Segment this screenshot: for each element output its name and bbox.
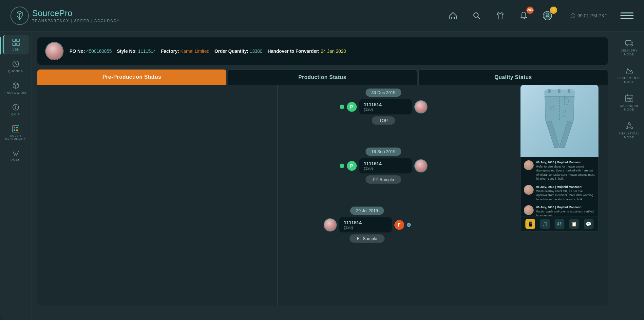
- label-pill-2: PP Sample: [366, 175, 401, 184]
- svg-point-11: [15, 108, 16, 109]
- analytical-mode-label: ANALYTICAL MODE: [618, 132, 640, 139]
- time-text: 09:01 PM PKT: [578, 13, 607, 18]
- right-sidebar: DELIVERY MODE PLACEMENTS MODE CALENDAR M…: [614, 31, 644, 320]
- timeline-dot-2: [340, 164, 344, 168]
- comment-3: 06 July, 2018 | Mujahid Manzoor: Fabric,…: [524, 205, 595, 216]
- qty-3: (120): [344, 225, 387, 230]
- svg-point-16: [16, 130, 18, 131]
- timeline-card-2[interactable]: 1111514 (120): [359, 158, 412, 173]
- logo-icon: [10, 7, 29, 25]
- nav-icons: 283 0 09:01 PM PKT: [446, 9, 634, 23]
- timeline-card-3[interactable]: 1111514 (120): [339, 217, 392, 232]
- svg-line-41: [630, 124, 631, 127]
- svg-point-37: [628, 123, 630, 125]
- action-email[interactable]: @: [555, 219, 564, 229]
- right-sidebar-analytical-mode[interactable]: ANALYTICAL MODE: [617, 118, 642, 143]
- sidebar-item-protoware[interactable]: PROTOWARE: [3, 78, 29, 98]
- comment-text-3: 06 July, 2018 | Mujahid Manzoor: Fabric,…: [536, 205, 595, 216]
- date-badge-2: 16 Sep 2019: [366, 148, 402, 156]
- po-label: PO No:: [69, 49, 85, 54]
- calendar-mode-label: CALENDAR MODE: [618, 104, 640, 112]
- svg-rect-26: [625, 40, 631, 45]
- status-tabs: Pre-Production Status Production Status …: [37, 70, 608, 85]
- comment-2: 06 July, 2018 | Mujahid Manzoor: Wash de…: [524, 185, 595, 201]
- svg-rect-7: [13, 43, 15, 46]
- date-badge-3: 29 Jul 2019: [350, 207, 384, 215]
- top-navigation: SourcePro TRANSPARENCY | SPEED | ACCURAC…: [0, 0, 644, 31]
- svg-point-13: [13, 127, 15, 129]
- p-badge-2: P: [347, 161, 357, 171]
- tab-quality[interactable]: Quality Status: [418, 70, 608, 85]
- style-label: Style No:: [117, 49, 137, 54]
- comment-1: 06 July, 2018 | Mujahid Manzoor: Refer t…: [524, 160, 595, 181]
- sidebar-item-vsn[interactable]: VSN: [3, 35, 29, 54]
- sidebar-item-qmip[interactable]: QMIP: [3, 100, 29, 119]
- comment-author-2: 06 July, 2018 | Mujahid Manzoor:: [536, 185, 582, 189]
- svg-point-15: [13, 130, 15, 131]
- timeline-avatar-1: [414, 100, 427, 113]
- handover-date: 24 Jan 2020: [321, 49, 346, 54]
- timeline-card-1[interactable]: 1111514 (120): [359, 99, 412, 114]
- qty-1: (120): [364, 107, 407, 112]
- logo-area: SourcePro TRANSPARENCY | SPEED | ACCURAC…: [10, 7, 120, 25]
- svg-line-1: [478, 17, 480, 19]
- p-badge-1: P: [347, 102, 357, 112]
- svg-rect-12: [12, 126, 19, 132]
- svg-point-38: [626, 127, 628, 129]
- sidebar-item-vman[interactable]: VMAN: [3, 146, 29, 165]
- user-button[interactable]: 0: [540, 9, 555, 23]
- right-sidebar-delivery-mode[interactable]: DELIVERY MODE: [617, 35, 642, 60]
- quality-comments: 06 July, 2018 | Mujahid Manzoor: Refer t…: [521, 157, 598, 216]
- sidebar-qmip-label: QMIP: [11, 113, 20, 116]
- timeline-card-content-1: P 1111514 (120): [340, 99, 427, 114]
- label-pill-1: TOP: [372, 116, 395, 125]
- style-number: 1111514: [138, 49, 156, 54]
- po-avatar: [45, 42, 64, 60]
- shirt-button[interactable]: [493, 9, 507, 23]
- app-subtitle: TRANSPARENCY | SPEED | ACCURACY: [32, 19, 120, 23]
- comment-avatar-2: [524, 185, 534, 195]
- timeline-avatar-2: [414, 159, 427, 172]
- timeline-card-row-2: P 1111514 (120): [340, 158, 427, 173]
- po-header: PO No: 4500160855 Style No: 1111514 Fact…: [37, 37, 608, 65]
- timeline-dot-3: [407, 223, 411, 227]
- right-sidebar-placements-mode[interactable]: PLACEMENTS MODE: [617, 62, 642, 87]
- logo-text: SourcePro TRANSPARENCY | SPEED | ACCURAC…: [32, 9, 120, 23]
- right-sidebar-calendar-mode[interactable]: CALENDAR MODE: [617, 90, 642, 115]
- handover-label: Handover to Forwarder:: [268, 49, 320, 54]
- svg-line-40: [627, 124, 628, 127]
- svg-rect-5: [13, 39, 15, 42]
- action-music[interactable]: 🎵: [540, 219, 550, 229]
- timeline-card-row-1: P 1111514 (120): [340, 99, 427, 114]
- f-badge-3: F: [394, 220, 404, 230]
- hamburger-menu[interactable]: [620, 9, 634, 22]
- timeline-container: 30 Dec 2019 P 1111514 (120) TOP: [37, 85, 608, 306]
- notifications-button[interactable]: 283: [517, 9, 531, 23]
- date-badge-1: 30 Dec 2019: [366, 89, 402, 97]
- action-docs[interactable]: 📋: [569, 219, 579, 229]
- tab-pre-production[interactable]: Pre-Production Status: [37, 70, 226, 85]
- left-sidebar: VSN QUONDA PROTOWARE QMIP COLOR CONFORMI…: [0, 31, 31, 320]
- factory-label: Factory:: [161, 49, 179, 54]
- svg-point-0: [474, 13, 478, 17]
- svg-rect-6: [17, 39, 19, 42]
- home-button[interactable]: [446, 9, 460, 23]
- po-number: 4500160855: [86, 49, 112, 54]
- notification-badge: 283: [526, 7, 534, 14]
- comment-avatar-3: [524, 205, 534, 215]
- comment-text-1: 06 July, 2018 | Mujahid Manzoor: Refer t…: [536, 160, 595, 181]
- timeline-avatar-3: [324, 218, 337, 231]
- sidebar-item-quonda[interactable]: QUONDA: [3, 56, 29, 76]
- factory-name: Kamal Limited: [180, 49, 210, 54]
- action-chat[interactable]: 💬: [584, 219, 594, 229]
- time-display: 09:01 PM PKT: [570, 13, 607, 18]
- sidebar-item-color-conformity[interactable]: COLOR CONFORMITY: [3, 121, 29, 144]
- active-indicator: [0, 37, 1, 54]
- tab-production[interactable]: Production Status: [228, 70, 417, 85]
- action-phone[interactable]: 📱: [525, 219, 535, 229]
- svg-point-39: [631, 127, 633, 129]
- search-button[interactable]: [469, 9, 484, 23]
- quality-image: [521, 85, 598, 157]
- comment-author-1: 06 July, 2018 | Mujahid Manzoor:: [536, 161, 582, 164]
- main-layout: VSN QUONDA PROTOWARE QMIP COLOR CONFORMI…: [0, 31, 644, 320]
